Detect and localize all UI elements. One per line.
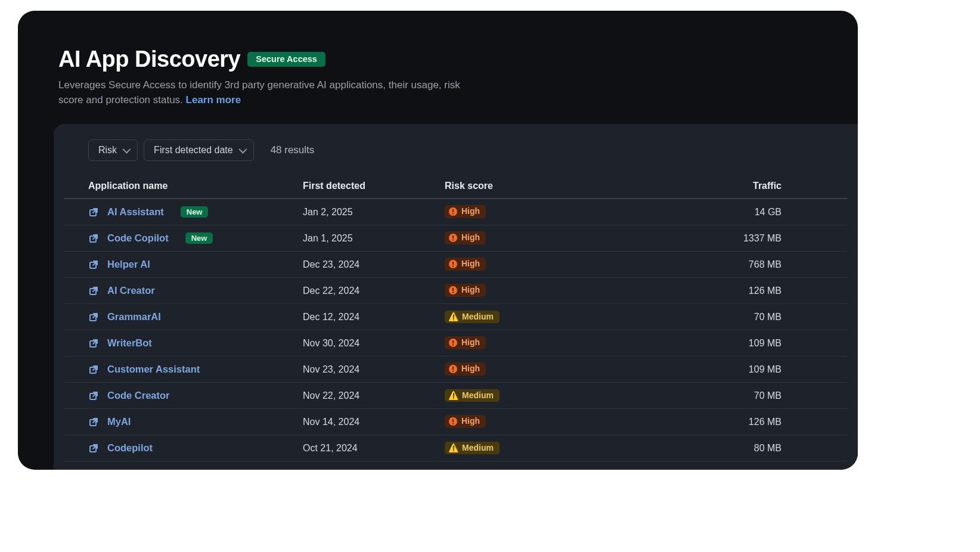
risk-badge: ⚠️Medium (445, 442, 500, 454)
risk-cell: High (445, 336, 653, 350)
first-detected-value: Jan 2, 2025 (303, 207, 445, 218)
alert-circle-icon (448, 259, 458, 269)
risk-badge: High (445, 205, 486, 218)
first-detected-value: Dec 22, 2024 (303, 286, 445, 296)
risk-badge: High (445, 284, 486, 297)
traffic-value: 14 GB (653, 207, 823, 218)
risk-label: High (461, 207, 480, 216)
external-link-icon (88, 417, 99, 427)
app-link[interactable]: WriterBot (107, 337, 152, 349)
warning-triangle-icon: ⚠️ (448, 391, 458, 399)
app-link[interactable]: GrammarAI (107, 311, 161, 322)
subtitle-text: Leverages Secure Access to identify 3rd … (58, 79, 460, 106)
risk-label: High (461, 364, 480, 373)
risk-badge: ⚠️Medium (445, 311, 500, 323)
first-detected-value: Dec 12, 2024 (303, 312, 445, 322)
app-link[interactable]: Codepilot (107, 442, 153, 454)
first-detected-value: Nov 22, 2024 (303, 390, 445, 401)
chevron-down-icon (122, 145, 131, 154)
table-row: Code CreatorNov 22, 2024⚠️Medium70 MB (64, 383, 847, 409)
risk-cell: High (445, 231, 653, 245)
app-link[interactable]: AI Assistant (107, 206, 164, 218)
alert-circle-icon (448, 417, 458, 426)
risk-badge: High (445, 258, 486, 271)
page-subtitle: Leverages Secure Access to identify 3rd … (58, 78, 488, 107)
table-row: MyAINov 14, 2024High126 MB (64, 409, 847, 435)
first-detected-value: Jan 1, 2025 (303, 233, 445, 244)
risk-badge: High (445, 415, 486, 428)
risk-label: Medium (462, 391, 494, 400)
traffic-value: 1337 MB (653, 233, 823, 244)
table-row: CodepilotOct 21, 2024⚠️Medium80 MB (64, 435, 847, 461)
app-discovery-card: AI App Discovery Secure Access Leverages… (18, 11, 858, 470)
traffic-value: 80 MB (653, 443, 823, 454)
table-row: Customer AssistantNov 23, 2024High109 MB (64, 356, 847, 383)
table-row: Code CopilotNewJan 1, 2025High1337 MB (64, 225, 847, 252)
risk-label: High (461, 338, 480, 347)
traffic-value: 70 MB (653, 390, 823, 401)
col-traffic: Traffic (653, 181, 823, 191)
app-cell: Codepilot (88, 442, 303, 454)
risk-badge: High (445, 336, 486, 349)
alert-circle-icon (448, 364, 458, 374)
learn-more-link[interactable]: Learn more (186, 94, 241, 106)
app-cell: GrammarAI (88, 311, 303, 322)
secure-access-badge: Secure Access (247, 52, 325, 67)
warning-triangle-icon: ⚠️ (448, 312, 458, 321)
traffic-value: 109 MB (653, 364, 823, 375)
results-count: 48 results (271, 144, 315, 156)
external-link-icon (88, 233, 99, 244)
app-link[interactable]: MyAI (107, 416, 131, 427)
alert-circle-icon (448, 207, 458, 216)
external-link-icon (88, 286, 99, 296)
app-cell: Code Creator (88, 390, 303, 401)
external-link-icon (88, 390, 99, 401)
app-link[interactable]: AI Creator (107, 285, 155, 296)
risk-cell: High (445, 284, 653, 297)
first-detected-value: Nov 23, 2024 (303, 364, 445, 375)
external-link-icon (88, 364, 99, 375)
risk-label: Medium (462, 312, 494, 321)
page-title: AI App Discovery (58, 46, 240, 72)
traffic-value: 768 MB (653, 259, 823, 270)
alert-circle-icon (448, 338, 458, 348)
results-panel: Risk First detected date 48 results Appl… (54, 124, 858, 470)
risk-badge: High (445, 362, 486, 376)
external-link-icon (88, 207, 99, 218)
page-header: AI App Discovery Secure Access Leverages… (18, 11, 858, 107)
first-detected-filter-label: First detected date (154, 145, 233, 156)
table-row: AI AssistantNewJan 2, 2025High14 GB (64, 199, 847, 225)
table-row: Helper AIDec 23, 2024High768 MB (64, 252, 847, 278)
first-detected-value: Nov 14, 2024 (303, 417, 445, 427)
risk-label: High (461, 259, 480, 268)
table-body: AI AssistantNewJan 2, 2025High14 GBCode … (64, 199, 847, 461)
risk-badge: ⚠️Medium (445, 389, 500, 402)
app-link[interactable]: Helper AI (107, 259, 150, 270)
external-link-icon (88, 443, 99, 454)
risk-label: High (461, 286, 480, 294)
app-link[interactable]: Code Copilot (107, 232, 169, 244)
risk-cell: ⚠️Medium (445, 442, 653, 454)
first-detected-value: Dec 23, 2024 (303, 259, 445, 270)
risk-cell: High (445, 258, 653, 271)
app-link[interactable]: Code Creator (107, 390, 170, 401)
risk-cell: ⚠️Medium (445, 311, 653, 323)
col-risk-score: Risk score (445, 181, 653, 191)
first-detected-value: Oct 21, 2024 (303, 443, 445, 454)
app-cell: AI Creator (88, 285, 303, 296)
col-app-name: Application name (88, 181, 303, 191)
app-cell: Code CopilotNew (88, 232, 303, 244)
risk-filter[interactable]: Risk (88, 139, 138, 161)
app-cell: Customer Assistant (88, 364, 303, 375)
table-header: Application name First detected Risk sco… (64, 174, 847, 199)
risk-cell: ⚠️Medium (445, 389, 653, 402)
risk-filter-label: Risk (98, 145, 117, 156)
risk-label: High (461, 417, 480, 426)
first-detected-value: Nov 30, 2024 (303, 338, 445, 349)
first-detected-filter[interactable]: First detected date (144, 139, 254, 161)
app-link[interactable]: Customer Assistant (107, 364, 200, 375)
risk-badge: High (445, 231, 486, 244)
col-first-detected: First detected (303, 181, 445, 191)
traffic-value: 126 MB (653, 417, 823, 427)
risk-cell: High (445, 415, 653, 429)
